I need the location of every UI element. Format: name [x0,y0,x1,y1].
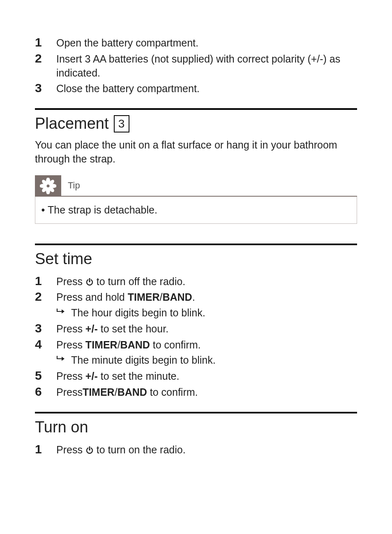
step-text: Insert 3 AA batteries (not supplied) wit… [56,52,357,80]
step-number: 2 [35,289,56,304]
step-1: 1 Press to turn off the radio. [35,274,357,289]
result-bullet: The minute digits begin to blink. [56,353,216,367]
step-number: 5 [35,368,56,383]
svg-rect-17 [89,446,90,450]
result-text: The minute digits begin to blink. [71,353,216,367]
step-3: 3 Close the battery compartment. [35,81,357,96]
step-6: 6 PressTIMER/BAND to confirm. [35,384,357,399]
power-icon [85,444,94,452]
step-number: 1 [35,442,56,457]
tip-icon [35,175,61,197]
svg-rect-13 [89,278,90,282]
step-text: Press and hold TIMER/BAND. The hour digi… [56,290,205,320]
power-icon [85,276,94,284]
step-text: Press +/- to set the hour. [56,322,168,336]
step-1: 1 Open the battery compartment. [35,35,357,50]
tip-bullet: • The strap is detachable. [39,204,349,216]
step-2: 2 Insert 3 AA batteries (not supplied) w… [35,51,357,80]
placement-heading: Placement 3 [35,115,357,132]
step-1: 1 Press to turn on the radio. [35,442,357,457]
bullet-dot: • [39,204,48,216]
tip-block: Tip • The strap is detachable. [35,175,357,224]
step-4: 4 Press TIMER/BAND to confirm. The minut… [35,337,357,368]
step-text: PressTIMER/BAND to confirm. [56,385,198,399]
section-divider [35,412,357,413]
battery-steps: 1 Open the battery compartment. 2 Insert… [35,35,357,96]
step-2: 2 Press and hold TIMER/BAND. The hour di… [35,289,357,320]
tip-label-box: Tip [61,175,357,197]
tip-label: Tip [68,180,80,191]
heading-text: Placement [35,115,109,132]
placement-paragraph: You can place the unit on a flat surface… [35,138,357,166]
result-arrow-icon [56,355,65,362]
settime-steps: 1 Press to turn off the radio. 2 Press a… [35,274,357,399]
step-text: Press +/- to set the minute. [56,369,179,383]
step-number: 3 [35,321,56,336]
step-text: Press to turn on the radio. [56,443,186,457]
step-number: 1 [35,274,56,288]
figure-ref-box: 3 [114,115,129,132]
result-arrow-icon [56,308,65,314]
turnon-steps: 1 Press to turn on the radio. [35,442,357,457]
step-number: 4 [35,337,56,352]
step-text: Press TIMER/BAND to confirm. The minute … [56,338,216,368]
tip-body: • The strap is detachable. [35,197,357,224]
result-bullet: The hour digits begin to blink. [56,306,205,320]
tip-text: The strap is detachable. [48,204,157,216]
svg-point-9 [47,184,50,187]
heading-text: Set time [35,250,92,268]
settime-heading: Set time [35,250,357,268]
step-text: Press to turn off the radio. [56,275,185,289]
step-text: Open the battery compartment. [56,36,198,50]
section-divider [35,108,357,110]
turnon-heading: Turn on [35,418,357,436]
step-number: 1 [35,35,56,50]
step-5: 5 Press +/- to set the minute. [35,368,357,383]
step-text: Close the battery compartment. [56,82,200,96]
tip-header: Tip [35,175,357,197]
heading-text: Turn on [35,418,88,436]
result-text: The hour digits begin to blink. [71,306,205,320]
step-number: 6 [35,384,56,399]
section-divider [35,244,357,245]
step-number: 2 [35,51,56,66]
step-number: 3 [35,81,56,95]
step-3: 3 Press +/- to set the hour. [35,321,357,336]
